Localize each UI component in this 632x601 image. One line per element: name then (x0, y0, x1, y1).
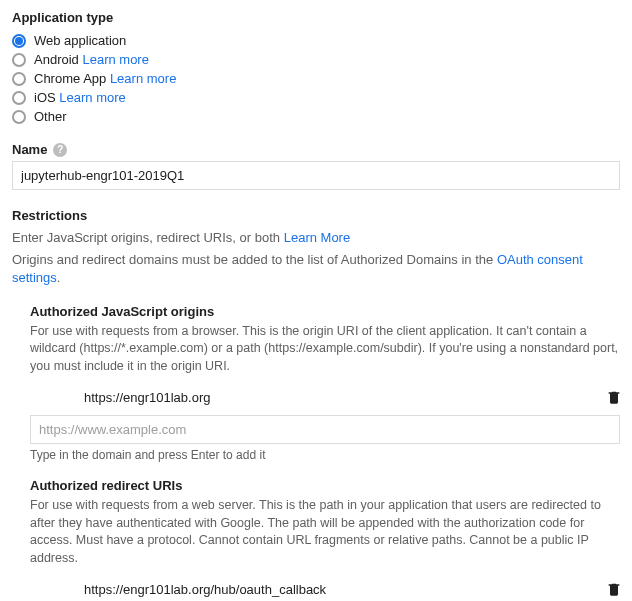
learn-more-link[interactable]: Learn more (110, 71, 176, 86)
name-input[interactable] (12, 161, 620, 190)
restrictions-note: Origins and redirect domains must be add… (12, 251, 620, 287)
trash-icon[interactable] (606, 389, 620, 405)
radio-other[interactable]: Other (12, 107, 620, 126)
learn-more-link[interactable]: Learn More (284, 230, 350, 245)
js-origins-section: Authorized JavaScript origins For use wi… (30, 304, 620, 463)
redirect-uris-section: Authorized redirect URIs For use with re… (30, 478, 620, 601)
radio-icon (12, 34, 26, 48)
radio-label: Android (34, 52, 79, 67)
uri-text: https://engr101lab.org (84, 390, 606, 405)
restrictions-heading: Restrictions (12, 208, 620, 223)
redirect-uri-entry: https://engr101lab.org/hub/oauth_callbac… (30, 581, 620, 597)
radio-label: Chrome App (34, 71, 106, 86)
js-origin-input[interactable] (30, 415, 620, 444)
name-label: Name (12, 142, 47, 157)
redirect-uris-desc: For use with requests from a web server.… (30, 497, 620, 567)
radio-icon (12, 53, 26, 67)
app-type-radio-group: Web application Android Learn more Chrom… (12, 31, 620, 126)
radio-ios[interactable]: iOS Learn more (12, 88, 620, 107)
learn-more-link[interactable]: Learn more (59, 90, 125, 105)
radio-icon (12, 110, 26, 124)
app-type-heading: Application type (12, 10, 620, 25)
radio-icon (12, 72, 26, 86)
restrictions-desc: Enter JavaScript origins, redirect URIs,… (12, 229, 620, 247)
js-origins-desc: For use with requests from a browser. Th… (30, 323, 620, 376)
js-origins-heading: Authorized JavaScript origins (30, 304, 620, 319)
trash-icon[interactable] (606, 581, 620, 597)
radio-android[interactable]: Android Learn more (12, 50, 620, 69)
radio-web-application[interactable]: Web application (12, 31, 620, 50)
redirect-uris-heading: Authorized redirect URIs (30, 478, 620, 493)
radio-label: iOS (34, 90, 56, 105)
radio-label: Other (34, 109, 67, 124)
uri-text: https://engr101lab.org/hub/oauth_callbac… (84, 582, 606, 597)
js-origin-hint: Type in the domain and press Enter to ad… (30, 448, 620, 462)
learn-more-link[interactable]: Learn more (82, 52, 148, 67)
radio-chrome-app[interactable]: Chrome App Learn more (12, 69, 620, 88)
radio-label: Web application (34, 33, 126, 48)
help-icon[interactable]: ? (53, 143, 67, 157)
radio-icon (12, 91, 26, 105)
js-origin-entry: https://engr101lab.org (30, 389, 620, 405)
